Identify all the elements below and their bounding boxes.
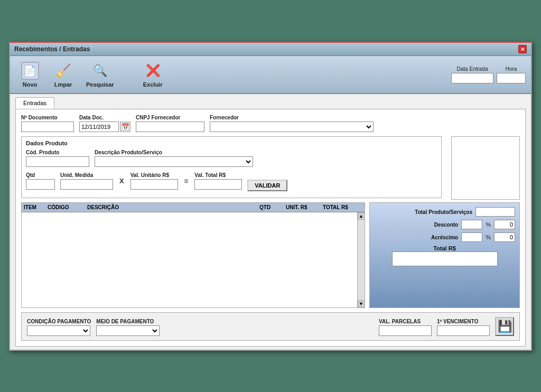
- total-rs-section: Total R$: [374, 245, 515, 266]
- header-unit: UNIT. R$: [286, 204, 323, 210]
- val-unit-input[interactable]: [130, 179, 178, 190]
- data-entrada-input[interactable]: [451, 73, 493, 83]
- tab-entradas[interactable]: Entradas: [15, 97, 54, 109]
- val-total-input[interactable]: [194, 179, 242, 190]
- hora-group: Hora: [497, 66, 526, 83]
- top-form-row: Nº Documento Data Doc. 📅 CNPJ Fornecedor…: [21, 115, 520, 132]
- dados-row-1: Cód. Produto Descrição Produto/Serviço: [26, 150, 437, 167]
- novo-icon: 📄: [21, 61, 40, 80]
- scroll-up-arrow[interactable]: ▲: [358, 212, 365, 220]
- desconto-value-input[interactable]: [494, 220, 515, 229]
- pesquisar-icon: 🔍: [90, 61, 109, 80]
- payment-section: CONDIÇÃO PAGAMENTO MEIO DE PAGAMENTO VA: [21, 312, 520, 341]
- excluir-button[interactable]: ❌ Excluir: [138, 59, 167, 90]
- val-unit-group: Val. Unitário R$: [130, 172, 178, 190]
- unid-group: Unid. Medida: [60, 172, 113, 190]
- data-doc-group: Data Doc. 📅: [79, 115, 130, 132]
- scrollbar: ▲ ▼: [357, 212, 365, 307]
- unid-input[interactable]: [60, 179, 113, 190]
- validar-button[interactable]: VALIDAR: [247, 180, 287, 191]
- val-parcelas-input[interactable]: [379, 325, 432, 336]
- val-parcelas-group: VAL. PARCELAS: [379, 319, 432, 336]
- items-section: ITEM CÓDIGO DESCRIÇÃO QTD UNIT. R$ TOTAL…: [21, 202, 520, 308]
- limpar-icon: 🧹: [54, 61, 73, 80]
- title-bar: Recebimentos / Entradas ✕: [10, 43, 531, 56]
- pesquisar-button[interactable]: 🔍 Pesquisar: [82, 59, 118, 90]
- qtd-group: Qtd: [26, 172, 55, 190]
- cnpj-input[interactable]: [136, 122, 204, 132]
- desconto-pct-input[interactable]: [461, 220, 482, 229]
- acrescimo-pct-input[interactable]: [461, 232, 482, 242]
- vencimento-input[interactable]: [437, 325, 490, 336]
- cod-produto-group: Cód. Produto: [26, 150, 89, 167]
- data-doc-input[interactable]: [79, 122, 119, 132]
- close-button[interactable]: ✕: [518, 45, 527, 53]
- items-table-header: ITEM CÓDIGO DESCRIÇÃO QTD UNIT. R$ TOTAL…: [22, 203, 365, 212]
- excluir-icon: ❌: [143, 61, 162, 80]
- meio-select[interactable]: [96, 325, 160, 336]
- header-qtd: QTD: [259, 204, 286, 210]
- product-image-box: [451, 136, 520, 200]
- fornecedor-select[interactable]: [210, 122, 374, 132]
- dados-produto-box: Dados Produto Cód. Produto Descrição Pro…: [21, 136, 442, 198]
- header-codigo: CÓDIGO: [48, 204, 87, 210]
- novo-button[interactable]: 📄 Novo: [15, 59, 44, 90]
- dados-produto-section: Dados Produto Cód. Produto Descrição Pro…: [21, 136, 520, 202]
- items-table-body[interactable]: [22, 212, 357, 307]
- total-servicos-row: Total Produto/Serviços: [374, 207, 515, 217]
- fornecedor-select-wrapper: [210, 122, 374, 132]
- main-window: Recebimentos / Entradas ✕ 📄 Novo 🧹 Lmpar…: [9, 41, 532, 351]
- save-icon: 💾: [498, 320, 512, 333]
- desconto-row: Desconto %: [374, 220, 515, 229]
- meio-group: MEIO DE PAGAMENTO: [96, 319, 160, 336]
- equals-operator: =: [183, 177, 190, 185]
- desc-produto-group: Descrição Produto/Serviço: [95, 150, 253, 167]
- acrescimo-value-input[interactable]: [494, 232, 515, 242]
- acrescimo-row: Acréscimo %: [374, 232, 515, 242]
- header-descricao: DESCRIÇÃO: [87, 204, 259, 210]
- toolbar: 📄 Novo 🧹 Lmpar 🔍 Pesquisar ❌ Excluir D: [10, 56, 531, 94]
- hora-input[interactable]: [497, 73, 526, 83]
- no-documento-group: Nº Documento: [21, 115, 74, 132]
- totals-panel: Total Produto/Serviços Desconto % Acrésc…: [369, 202, 520, 308]
- vencimento-group: 1º VENCIMENTO: [437, 319, 490, 336]
- total-servicos-input[interactable]: [475, 207, 515, 217]
- data-entrada-group: Data Entrada: [451, 66, 493, 83]
- items-table-container: ITEM CÓDIGO DESCRIÇÃO QTD UNIT. R$ TOTAL…: [21, 202, 365, 308]
- tab-bar: Entradas: [15, 97, 526, 109]
- payment-row: CONDIÇÃO PAGAMENTO MEIO DE PAGAMENTO VA: [27, 317, 514, 336]
- header-total: TOTAL R$: [323, 204, 362, 210]
- save-button[interactable]: 💾: [495, 317, 514, 336]
- calendar-button[interactable]: 📅: [120, 122, 130, 132]
- no-documento-input[interactable]: [21, 122, 74, 132]
- condicao-select[interactable]: [27, 325, 90, 336]
- content-area: Entradas Nº Documento Data Doc. 📅 C: [10, 94, 531, 350]
- table-body-wrapper: ▲ ▼: [22, 212, 365, 307]
- header-date-fields: Data Entrada Hora: [451, 66, 526, 83]
- header-item: ITEM: [24, 204, 48, 210]
- window-title: Recebimentos / Entradas: [14, 45, 90, 53]
- limpar-button[interactable]: 🧹 Lmpar: [49, 59, 78, 90]
- fornecedor-group: Fornecedor: [210, 115, 374, 132]
- condicao-group: CONDIÇÃO PAGAMENTO: [27, 319, 91, 336]
- cod-produto-input[interactable]: [26, 156, 89, 167]
- dados-row-2: Qtd Unid. Medida X Val. Unitário R$ =: [26, 170, 437, 191]
- cnpj-group: CNPJ Fornecedor: [136, 115, 204, 132]
- qtd-input[interactable]: [26, 179, 55, 190]
- val-total-group: Val. Total R$: [194, 172, 242, 190]
- tab-content: Nº Documento Data Doc. 📅 CNPJ Fornecedor…: [15, 109, 526, 347]
- total-rs-input[interactable]: [392, 251, 498, 266]
- desc-produto-select[interactable]: [95, 156, 253, 167]
- scroll-down-arrow[interactable]: ▼: [358, 300, 365, 307]
- multiply-operator: X: [118, 177, 125, 185]
